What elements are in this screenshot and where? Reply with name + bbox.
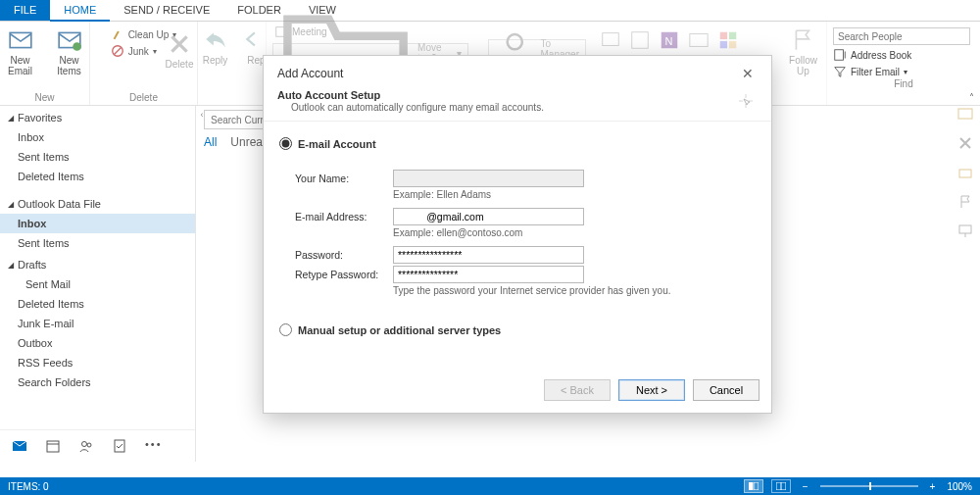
svg-point-21 [82, 442, 87, 447]
mail-icon[interactable] [12, 438, 27, 454]
view-normal-icon [749, 482, 759, 490]
folder-pane: ◢Favorites Inbox Sent Items Deleted Item… [0, 106, 196, 462]
junk-icon [111, 44, 124, 58]
unread-icon[interactable] [688, 29, 710, 51]
rail-delete-icon[interactable] [957, 135, 973, 151]
reply-all-button[interactable]: Rep [244, 24, 270, 66]
menu-tabs: FILE HOME SEND / RECEIVE FOLDER VIEW [0, 0, 980, 22]
fav-deleted[interactable]: Deleted Items [0, 167, 195, 186]
svg-rect-28 [749, 482, 753, 490]
folder-sent-items[interactable]: Sent Items [0, 233, 195, 253]
drafts-header[interactable]: ◢Drafts [0, 253, 195, 274]
folder-search-folders[interactable]: Search Folders [0, 372, 195, 392]
fav-inbox[interactable]: Inbox [0, 127, 195, 147]
message-list-pane: All Unrea [196, 106, 980, 462]
folder-junk[interactable]: Junk E-mail [0, 314, 195, 333]
onenote-icon[interactable]: N [659, 29, 680, 51]
funnel-icon [833, 65, 847, 78]
tab-send-receive[interactable]: SEND / RECEIVE [110, 0, 223, 21]
svg-rect-29 [754, 482, 759, 490]
follow-up-button[interactable]: Follow Up [783, 24, 824, 76]
group-label-new: New [34, 92, 54, 105]
status-items: ITEMS: 0 [8, 481, 49, 492]
svg-rect-24 [958, 109, 972, 119]
view-reading-icon [776, 482, 786, 490]
reply-icon [203, 27, 228, 53]
datafile-header[interactable]: ◢Outlook Data File [0, 192, 195, 214]
ribbon-collapse-button[interactable]: ˄ [969, 92, 974, 103]
svg-rect-16 [835, 50, 844, 61]
folder-rss[interactable]: RSS Feeds [0, 353, 195, 372]
search-people-input[interactable] [833, 27, 970, 45]
svg-rect-0 [10, 32, 31, 47]
reply-all-icon [244, 27, 270, 53]
svg-rect-19 [47, 441, 59, 452]
tab-home[interactable]: HOME [50, 0, 110, 22]
svg-rect-13 [729, 32, 736, 39]
status-bar: ITEMS: 0 − + 100% [0, 477, 980, 495]
rail-pin-icon[interactable] [957, 223, 973, 239]
rail-archive-icon[interactable] [957, 165, 973, 180]
delete-x-icon [167, 31, 192, 57]
pane-collapse-handle[interactable]: ‹ [196, 110, 208, 120]
svg-rect-15 [729, 41, 736, 48]
svg-rect-26 [959, 225, 971, 233]
rules-icon[interactable] [629, 29, 651, 51]
svg-point-6 [508, 34, 522, 49]
folder-icon [279, 0, 412, 120]
todo-bar [951, 106, 980, 239]
svg-rect-7 [603, 33, 619, 46]
search-current-input[interactable] [204, 110, 527, 129]
zoom-in-button[interactable]: + [926, 481, 940, 492]
filter-email-button[interactable]: Filter Email ▾ [833, 65, 970, 78]
svg-rect-11 [690, 34, 708, 47]
flag-icon [791, 27, 816, 53]
svg-rect-25 [959, 170, 971, 177]
filter-unread[interactable]: Unrea [230, 135, 263, 149]
folder-inbox[interactable]: Inbox [0, 214, 195, 233]
new-items-button[interactable]: New Items [49, 24, 90, 76]
svg-rect-12 [720, 32, 727, 39]
svg-rect-23 [115, 440, 124, 452]
tasks-icon[interactable] [112, 438, 127, 454]
svg-text:N: N [664, 35, 672, 47]
people-icon[interactable] [78, 438, 94, 454]
folder-deleted[interactable]: Deleted Items [0, 294, 195, 314]
view-normal-button[interactable] [744, 479, 763, 493]
move-icon[interactable] [600, 29, 621, 51]
svg-rect-14 [720, 41, 727, 48]
nav-more-button[interactable]: ••• [145, 438, 163, 454]
fav-sent[interactable]: Sent Items [0, 147, 195, 167]
favorites-header[interactable]: ◢Favorites [0, 106, 195, 127]
zoom-value: 100% [947, 481, 972, 492]
calendar-nav-icon[interactable] [45, 438, 61, 454]
new-email-button[interactable]: New Email [0, 24, 41, 76]
folder-outbox[interactable]: Outbox [0, 333, 195, 353]
person-icon [495, 29, 535, 70]
svg-point-22 [87, 443, 91, 447]
ribbon: New Email New Items New Clean Up ▾ Junk … [0, 22, 980, 106]
broom-icon [111, 27, 124, 41]
group-label-delete: Delete [129, 92, 158, 105]
svg-point-2 [73, 42, 81, 51]
rail-flag-icon[interactable] [957, 194, 973, 210]
zoom-slider[interactable] [820, 485, 918, 487]
svg-line-4 [114, 48, 121, 55]
to-manager-combo[interactable]: To Manager [488, 39, 586, 59]
zoom-out-button[interactable]: − [799, 481, 812, 492]
address-book-button[interactable]: Address Book [833, 48, 970, 62]
group-label-find: Find [894, 78, 912, 91]
rail-mail-icon[interactable] [957, 106, 973, 122]
tab-file[interactable]: FILE [0, 0, 50, 21]
filter-all[interactable]: All [204, 135, 217, 149]
categorize-icon[interactable] [717, 29, 739, 51]
mail-new-icon [8, 27, 33, 53]
mail-plus-icon [57, 27, 82, 53]
move-to-combo[interactable]: Move to: ?▾ [272, 43, 468, 63]
reply-button[interactable]: Reply [195, 24, 236, 66]
view-reading-button[interactable] [771, 479, 791, 493]
junk-button[interactable]: Junk ▾ [109, 43, 159, 59]
address-book-icon [833, 48, 847, 62]
folder-sent-mail[interactable]: Sent Mail [0, 274, 195, 294]
svg-rect-8 [632, 32, 649, 49]
